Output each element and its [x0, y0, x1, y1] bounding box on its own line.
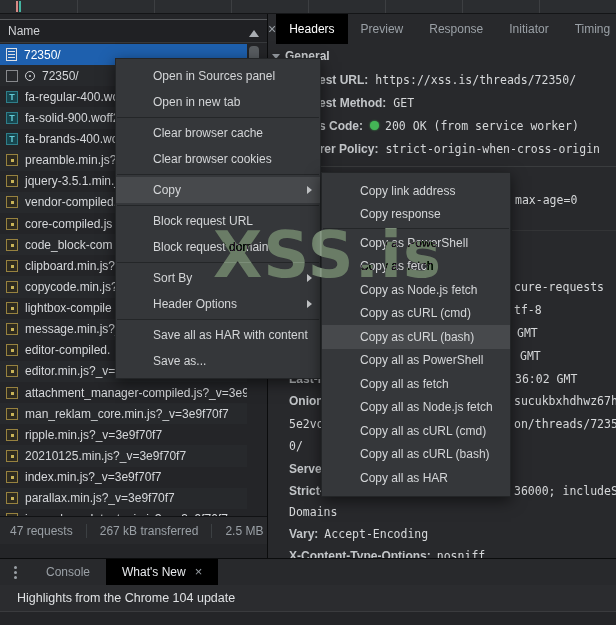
status-item: 47 requests — [10, 524, 86, 538]
menu-item-header-options[interactable]: Header Options — [116, 291, 320, 317]
overview-gridline — [308, 0, 309, 13]
menu-item-copy-as-fetch[interactable]: Copy as fetch — [322, 255, 510, 279]
close-detail-icon[interactable]: × — [268, 14, 276, 44]
script-file-icon — [6, 408, 18, 420]
header-row: Request URL:https://xss.is/threads/72350… — [289, 68, 616, 91]
menu-item-clear-browser-cache[interactable]: Clear browser cache — [116, 120, 320, 146]
menu-separator — [117, 319, 319, 320]
name-column-header[interactable]: Name — [0, 19, 267, 43]
scroll-up-icon[interactable] — [249, 30, 259, 37]
menu-item-copy-all-as-har[interactable]: Copy all as HAR — [322, 466, 510, 490]
menu-item-sort-by[interactable]: Sort By — [116, 265, 320, 291]
menu-item-copy-all-as-curl-bash[interactable]: Copy all as cURL (bash) — [322, 443, 510, 467]
network-request-row[interactable]: index.min.js?_v=3e9f70f7 — [0, 467, 247, 488]
menu-item-block-request-domain[interactable]: Block request domain — [116, 234, 320, 260]
header-row: Request Method:GET — [289, 91, 616, 114]
request-context-menu: Open in Sources panelOpen in new tabClea… — [115, 58, 321, 379]
request-name: ripple.min.js?_v=3e9f70f7 — [25, 428, 162, 442]
header-fragment: GMT — [520, 349, 541, 363]
overview-error-tick-icon — [16, 1, 18, 12]
drawer-tab-bar: Console What's New × — [0, 559, 616, 585]
tab-headers[interactable]: Headers — [276, 14, 347, 44]
script-file-icon — [6, 281, 18, 293]
menu-item-clear-browser-cookies[interactable]: Clear browser cookies — [116, 146, 320, 172]
network-request-row[interactable]: man_reklam_core.min.js?_v=3e9f70f7 — [0, 403, 247, 424]
header-value: 200 OK (from service worker) — [385, 119, 579, 133]
script-file-icon — [6, 196, 18, 208]
menu-item-copy-link-address[interactable]: Copy link address — [322, 179, 510, 203]
menu-item-open-in-new-tab[interactable]: Open in new tab — [116, 89, 320, 115]
unknown-file-icon — [6, 70, 18, 82]
header-value: https://xss.is/threads/72350/ — [375, 73, 576, 87]
request-name: preamble.min.js? — [25, 153, 116, 167]
script-file-icon — [6, 260, 18, 272]
menu-item-copy-all-as-powershell[interactable]: Copy all as PowerShell — [322, 349, 510, 373]
tab-response[interactable]: Response — [416, 14, 496, 44]
whats-new-label: What's New — [122, 559, 186, 585]
overview-gridline — [231, 0, 232, 13]
request-name: 20210125.min.js?_v=3e9f70f7 — [25, 449, 186, 463]
overview-request-tick-icon — [19, 1, 21, 12]
font-file-icon — [6, 112, 18, 124]
header-fragment: 36000; includeS — [514, 484, 616, 498]
service-worker-origin-icon — [25, 71, 35, 81]
tab-whats-new[interactable]: What's New × — [106, 559, 218, 585]
tab-console[interactable]: Console — [30, 559, 106, 585]
request-name: editor-compiled. — [25, 343, 110, 357]
header-fragment: 0/ — [289, 439, 303, 453]
request-name: fa-regular-400.wof — [25, 90, 122, 104]
network-overview-strip[interactable] — [0, 0, 616, 14]
request-name: fa-solid-900.woff2 — [25, 111, 120, 125]
script-file-icon — [6, 323, 18, 335]
script-file-icon — [6, 365, 18, 377]
network-request-row[interactable]: ripple.min.js?_v=3e9f70f7 — [0, 424, 247, 445]
request-name: fa-brands-400.wo — [25, 132, 118, 146]
general-rows: Request URL:https://xss.is/threads/72350… — [289, 68, 616, 160]
menu-item-copy-as-curl-cmd[interactable]: Copy as cURL (cmd) — [322, 302, 510, 326]
request-name: 72350/ — [24, 48, 61, 62]
menu-item-copy[interactable]: Copy — [116, 177, 320, 203]
menu-item-copy-all-as-node-js-fetch[interactable]: Copy all as Node.js fetch — [322, 396, 510, 420]
document-file-icon — [6, 48, 17, 61]
script-file-icon — [6, 302, 18, 314]
script-file-icon — [6, 471, 18, 483]
menu-separator — [117, 117, 319, 118]
menu-item-copy-as-powershell[interactable]: Copy as PowerShell — [322, 231, 510, 255]
menu-item-open-in-sources-panel[interactable]: Open in Sources panel — [116, 63, 320, 89]
overview-gridline — [385, 0, 386, 13]
menu-item-save-as[interactable]: Save as... — [116, 348, 320, 374]
tab-preview[interactable]: Preview — [348, 14, 417, 44]
menu-item-copy-as-node-js-fetch[interactable]: Copy as Node.js fetch — [322, 278, 510, 302]
menu-item-copy-all-as-fetch[interactable]: Copy all as fetch — [322, 372, 510, 396]
status-item: 267 kB transferred — [86, 524, 212, 538]
network-request-row[interactable]: attachment_manager-compiled.js?_v=3e9f70… — [0, 382, 247, 403]
request-name: code_block-com — [25, 238, 112, 252]
tab-timing[interactable]: Timing — [562, 14, 616, 44]
menu-item-copy-response[interactable]: Copy response — [322, 203, 510, 227]
whats-new-highlights[interactable]: Highlights from the Chrome 104 update — [0, 585, 616, 612]
request-name: parallax.min.js?_v=3e9f70f7 — [25, 491, 175, 505]
menu-separator — [323, 228, 509, 229]
header-fragment: Vary:Accept-Encoding — [289, 527, 428, 541]
menu-separator — [117, 262, 319, 263]
script-file-icon — [6, 450, 18, 462]
tab-initiator[interactable]: Initiator — [496, 14, 561, 44]
header-fragment: 36:02 GMT — [515, 372, 577, 386]
submenu-arrow-icon — [307, 274, 312, 282]
menu-item-save-all-as-har-with-content[interactable]: Save all as HAR with content — [116, 322, 320, 348]
network-request-row[interactable]: parallax.min.js?_v=3e9f70f7 — [0, 488, 247, 509]
menu-item-copy-as-curl-bash[interactable]: Copy as cURL (bash) — [322, 325, 510, 349]
request-name: index.min.js?_v=3e9f70f7 — [25, 470, 161, 484]
menu-item-block-request-url[interactable]: Block request URL — [116, 208, 320, 234]
header-row: Status Code:200 OK (from service worker) — [289, 114, 616, 137]
network-request-row[interactable]: 20210125.min.js?_v=3e9f70f7 — [0, 445, 247, 466]
menu-separator — [117, 174, 319, 175]
close-tab-icon[interactable]: × — [195, 559, 203, 585]
script-file-icon — [6, 175, 18, 187]
devtools-drawer: Console What's New × Highlights from the… — [0, 558, 616, 625]
header-fragment: tf-8 — [514, 303, 542, 317]
overview-gridline — [154, 0, 155, 13]
request-name: clipboard.min.js? — [25, 259, 115, 273]
menu-item-copy-all-as-curl-cmd[interactable]: Copy all as cURL (cmd) — [322, 419, 510, 443]
more-tools-icon[interactable] — [0, 559, 30, 585]
